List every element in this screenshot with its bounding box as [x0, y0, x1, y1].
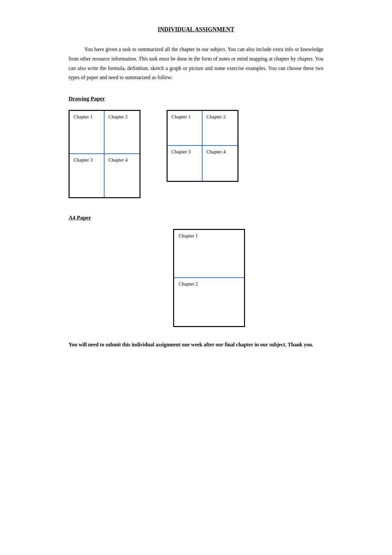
a4-paper-section: A4 Paper Chapter 1 Chapter 2: [69, 215, 323, 327]
drawing-paper-section: Drawing Paper Chapter 1 Chapter 2 Chapte…: [69, 95, 323, 198]
drawing-paper-grid-2: Chapter 1 Chapter 2 Chapter 3 Chapter 4: [167, 110, 238, 182]
a4-paper-label: A4 Paper: [69, 215, 323, 221]
a4-cell1: Chapter 1: [174, 230, 244, 278]
a4-grid-wrapper: Chapter 1 Chapter 2: [95, 229, 323, 327]
intro-paragraph: You have given a task to summarized all …: [69, 45, 323, 82]
grid1-cell4: Chapter 4: [105, 154, 139, 197]
grid1-cell1: Chapter 1: [70, 111, 105, 154]
page-title: INDIVIDUAL ASSIGNMENT: [69, 26, 323, 33]
grid2-cell3: Chapter 3: [168, 146, 203, 181]
a4-paper-grid: Chapter 1 Chapter 2: [173, 229, 245, 327]
drawing-paper-grids-row: Chapter 1 Chapter 2 Chapter 3 Chapter 4 …: [69, 110, 323, 198]
drawing-paper-grid-1: Chapter 1 Chapter 2 Chapter 3 Chapter 4: [69, 110, 140, 198]
footer-text: You will need to submit this individual …: [69, 340, 323, 350]
grid1-cell3: Chapter 3: [70, 154, 105, 197]
grid2-cell1: Chapter 1: [168, 111, 203, 146]
drawing-paper-label: Drawing Paper: [69, 95, 323, 102]
page: INDIVIDUAL ASSIGNMENT You have given a t…: [49, 0, 343, 376]
grid1-cell2: Chapter 2: [105, 111, 139, 154]
grid2-cell4: Chapter 4: [203, 146, 237, 181]
a4-cell2: Chapter 2: [174, 278, 244, 326]
grid2-cell2: Chapter 2: [203, 111, 237, 146]
